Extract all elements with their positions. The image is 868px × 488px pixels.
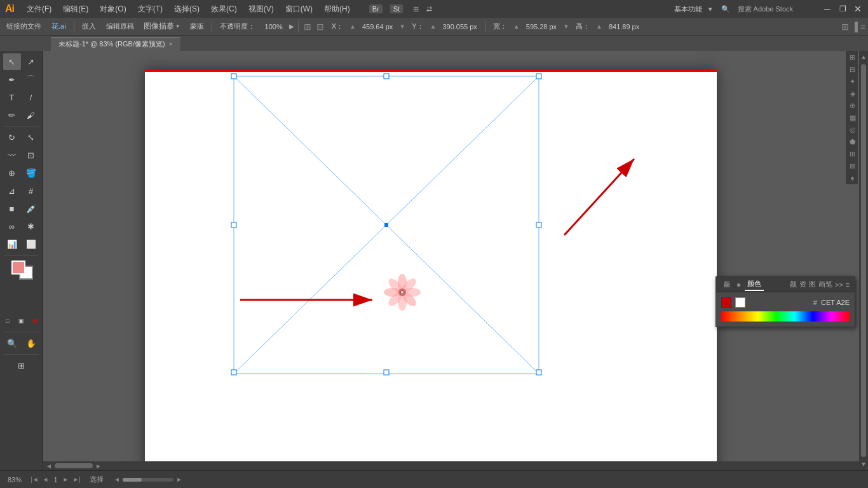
menu-object[interactable]: 对象(O) xyxy=(95,3,131,16)
shuffle-icon[interactable]: ⇄ xyxy=(426,5,432,13)
h-value[interactable]: 841.89 px xyxy=(605,22,643,32)
panel-tab-color[interactable]: 颜色 xyxy=(745,278,764,291)
panel-icon-7[interactable]: ◎ xyxy=(850,126,856,134)
filename-label[interactable]: 花.ai xyxy=(48,20,70,32)
last-page-button[interactable]: ►| xyxy=(71,476,82,483)
panel-tab-brush[interactable]: 颜 xyxy=(790,280,797,289)
panel-icon-4[interactable]: ◈ xyxy=(850,90,855,98)
column-graph-tool[interactable]: 📊 xyxy=(3,236,21,252)
selection-tool[interactable]: ↖ xyxy=(3,53,21,70)
mesh-tool[interactable]: # xyxy=(22,182,40,199)
warp-tool[interactable]: 〰 xyxy=(3,147,21,163)
stock-icon[interactable]: St xyxy=(390,4,403,13)
hscroll-right-btn[interactable]: ► xyxy=(176,476,182,483)
artboard-tool[interactable]: ⬜ xyxy=(22,236,40,252)
panel-tab-artboard[interactable]: 画笔 xyxy=(818,280,832,289)
restore-button[interactable]: ❐ xyxy=(837,4,848,14)
embed-button[interactable]: 嵌入 xyxy=(78,20,100,32)
line-tool[interactable]: / xyxy=(22,89,40,105)
tab-close-button[interactable]: × xyxy=(169,41,173,48)
panel-toggle-icon[interactable]: ⊞ xyxy=(841,22,849,32)
panel-icon-11[interactable]: ♠ xyxy=(851,174,855,182)
fill-swatch[interactable] xyxy=(735,297,745,308)
y-value[interactable]: 390.055 px xyxy=(438,22,480,32)
minimize-button[interactable]: ─ xyxy=(822,4,832,14)
scroll-down-button[interactable]: ▼ xyxy=(860,461,867,468)
grid-view-icon[interactable]: ⊞ xyxy=(413,5,419,13)
canvas-area[interactable]: 颜 ◆ 颜色 颜 资 图 画笔 >> ≡ # CET A2E xyxy=(43,51,868,470)
zoom-level[interactable]: 83% xyxy=(5,476,24,484)
vertical-scrollbar[interactable]: ▲ ▼ xyxy=(859,51,868,470)
panel-icon-1[interactable]: ⊞ xyxy=(850,53,855,62)
menu-select[interactable]: 选择(S) xyxy=(169,3,205,16)
panel-icon-3[interactable]: ✦ xyxy=(850,78,855,86)
scroll-up-button[interactable]: ▲ xyxy=(860,53,867,60)
menu-window[interactable]: 窗口(W) xyxy=(280,3,318,16)
arrange-button[interactable]: ⊞ xyxy=(13,357,31,374)
hscroll-thumb[interactable] xyxy=(55,463,93,468)
rotate-tool[interactable]: ↻ xyxy=(3,129,21,146)
search-icon[interactable]: 🔍 xyxy=(721,5,730,13)
shape-builder-tool[interactable]: ⊕ xyxy=(3,165,21,181)
panel-icon-5[interactable]: ⊕ xyxy=(850,102,855,110)
menu-help[interactable]: 帮助(H) xyxy=(319,3,355,16)
hscroll-left-btn[interactable]: ◄ xyxy=(114,476,120,483)
prev-page-button[interactable]: ◄ xyxy=(41,476,50,483)
panel-icon-8[interactable]: ⬟ xyxy=(850,138,856,146)
pen-tool[interactable]: ✒ xyxy=(3,71,21,88)
close-button[interactable]: ✕ xyxy=(853,4,863,14)
h-up-arrow[interactable]: ▲ xyxy=(596,23,602,30)
menu-effect[interactable]: 效果(C) xyxy=(206,3,242,16)
panel-tab-pattern[interactable]: 图 xyxy=(809,280,816,289)
x-up-arrow[interactable]: ▲ xyxy=(349,23,356,30)
workspace-label[interactable]: 基本功能 xyxy=(674,4,702,14)
x-down-arrow[interactable]: ▼ xyxy=(399,23,405,30)
menu-file[interactable]: 文件(F) xyxy=(22,3,57,16)
search-stock-label[interactable]: 搜索 Adobe Stock xyxy=(738,4,793,14)
first-page-button[interactable]: |◄ xyxy=(29,476,40,483)
panel-more-options[interactable]: 颜 资 图 画笔 >> ≡ xyxy=(790,280,850,289)
y-up-arrow[interactable]: ▲ xyxy=(430,23,437,30)
scroll-left-button[interactable]: ◄ xyxy=(46,463,52,470)
panel-icon-6[interactable]: ▦ xyxy=(850,114,856,122)
next-page-button[interactable]: ► xyxy=(62,476,71,483)
zoom-tool[interactable]: 🔍 xyxy=(3,335,21,351)
gradient-tool[interactable]: ■ xyxy=(3,200,21,217)
hand-tool[interactable]: ✋ xyxy=(22,335,40,351)
eyedropper-tool[interactable]: 💉 xyxy=(22,200,40,217)
menu-edit[interactable]: 编辑(E) xyxy=(58,3,93,16)
free-transform-tool[interactable]: ⊡ xyxy=(22,147,40,163)
hamburger-icon[interactable]: ≡ xyxy=(860,22,865,32)
panel-menu-icon[interactable]: ≡ xyxy=(846,281,850,288)
hscroll-bar[interactable] xyxy=(123,478,173,482)
stroke-swatch[interactable] xyxy=(721,297,731,308)
w-value[interactable]: 595.28 px xyxy=(522,22,560,32)
live-paint-tool[interactable]: 🪣 xyxy=(22,165,40,181)
paint-brush-tool[interactable]: 🖌 xyxy=(22,107,40,123)
panel-icon-2[interactable]: ⊟ xyxy=(850,65,855,74)
color-mode-gradient[interactable]: ▣ xyxy=(15,313,28,329)
page-number[interactable]: 1 xyxy=(51,476,60,484)
x-value[interactable]: 459.64 px xyxy=(358,22,397,32)
scroll-thumb[interactable] xyxy=(861,64,866,457)
scale-tool[interactable]: ⤡ xyxy=(22,129,40,146)
image-trace-dropdown[interactable]: 图像描摹 ▼ xyxy=(140,19,184,34)
edit-original-button[interactable]: 编辑原稿 xyxy=(102,20,138,32)
panel-tab-resource[interactable]: 资 xyxy=(799,280,806,289)
panel-icon-9[interactable]: ⊞ xyxy=(850,150,855,158)
opacity-value[interactable]: 100% xyxy=(261,22,287,32)
panel-chevron-right[interactable]: >> xyxy=(835,281,843,288)
workspace-dropdown-icon[interactable]: ▼ xyxy=(707,6,714,13)
curvature-tool[interactable]: ⌒ xyxy=(22,71,40,88)
right-panels-icon[interactable]: ▐ xyxy=(851,22,858,32)
color-mode-none-icon[interactable]: ⊗ xyxy=(29,313,41,329)
direct-selection-tool[interactable]: ↗ xyxy=(22,53,40,70)
panel-icon-10[interactable]: ⊠ xyxy=(850,162,855,170)
blend-tool[interactable]: ∞ xyxy=(3,218,21,234)
w-up-arrow[interactable]: ▲ xyxy=(513,23,520,30)
document-tab[interactable]: 未标题-1* @ 83% (RGB/像素预览) × xyxy=(51,37,180,51)
hex-value[interactable]: CET A2E xyxy=(821,299,850,306)
color-mode-none[interactable]: □ xyxy=(1,313,14,329)
type-tool[interactable]: T xyxy=(3,89,21,105)
perspective-grid-tool[interactable]: ⊿ xyxy=(3,182,21,199)
